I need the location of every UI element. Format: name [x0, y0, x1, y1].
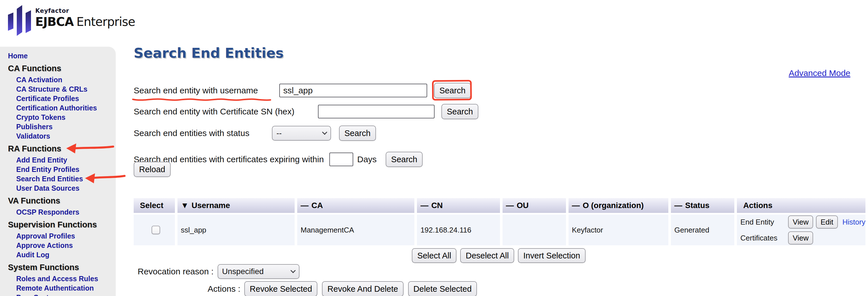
selection-buttons-row: Select All Deselect All Invert Selection — [131, 248, 866, 263]
brand-product: EJBCAEnterprise — [35, 15, 135, 29]
end-entity-label: End Entity — [740, 218, 785, 227]
history-link[interactable]: History — [842, 218, 865, 227]
cell-ca: ManagementCA — [297, 215, 414, 245]
sidebar-header-system-functions: System Functions — [8, 263, 116, 272]
page-title: Search End Entities — [134, 45, 284, 61]
sidebar-item-ca-structure-crls[interactable]: CA Structure & CRLs — [16, 85, 116, 94]
sidebar-item-remote-authentication[interactable]: Remote Authentication — [16, 284, 116, 293]
sort-indicator: — — [420, 201, 428, 210]
sidebar-item-audit-log[interactable]: Audit Log — [16, 250, 116, 260]
sidebar-item-roles-and-access-rules[interactable]: Roles and Access Rules — [16, 274, 116, 284]
col-header-ou[interactable]: —OU — [502, 198, 566, 213]
revocation-reason-value: Unspecified — [222, 267, 264, 276]
invert-selection-button[interactable]: Invert Selection — [518, 248, 586, 263]
search-expiring-row: Search end entities with certificates ex… — [134, 151, 423, 167]
col-header-actions: Actions — [737, 198, 865, 213]
sidebar-item-peer-systems[interactable]: Peer Systems — [16, 293, 116, 296]
end-entity-view-button[interactable]: View — [788, 215, 813, 229]
sidebar-item-search-end-entities[interactable]: Search End Entities — [16, 174, 116, 184]
sidebar-item-approval-profiles[interactable]: Approval Profiles — [16, 231, 116, 241]
expiring-days-input[interactable] — [329, 153, 353, 166]
cell-username: ssl_app — [178, 215, 294, 245]
reload-row: Reload — [134, 162, 170, 177]
sort-indicator: — — [301, 201, 309, 210]
top-brand-band: Keyfactor EJBCAEnterprise — [0, 0, 868, 47]
search-username-label: Search end entity with username — [134, 86, 279, 95]
bulk-actions-label: Actions : — [208, 284, 240, 294]
col-header-cn[interactable]: —CN — [417, 198, 500, 213]
brand-product-name: EJBCA — [35, 15, 74, 29]
sidebar-item-user-data-sources[interactable]: User Data Sources — [16, 184, 116, 193]
cell-cn: 192.168.24.116 — [417, 215, 500, 245]
col-header-ca[interactable]: —CA — [297, 198, 414, 213]
row-select-checkbox[interactable] — [152, 226, 160, 234]
sidebar-item-ca-activation[interactable]: CA Activation — [16, 75, 116, 85]
revoke-and-delete-button[interactable]: Revoke And Delete — [322, 281, 403, 296]
col-header-username[interactable]: ▼Username — [178, 198, 294, 213]
sidebar-header-ra-functions: RA Functions — [8, 144, 116, 153]
col-header-o-organization[interactable]: —O (organization) — [568, 198, 668, 213]
deselect-all-button[interactable]: Deselect All — [460, 248, 514, 263]
certificates-label: Certificates — [740, 234, 785, 242]
brand-product-edition: Enterprise — [76, 15, 135, 29]
sidebar-item-validators[interactable]: Validators — [16, 131, 116, 141]
chevron-down-icon — [290, 268, 296, 273]
sidebar-header-supervision-functions: Supervision Functions — [8, 220, 116, 229]
sidebar-item-publishers[interactable]: Publishers — [16, 122, 116, 131]
sort-indicator: — — [506, 201, 514, 210]
sidebar-item-certificate-profiles[interactable]: Certificate Profiles — [16, 94, 116, 103]
cell-o-organization: Keyfactor — [568, 215, 668, 245]
select-all-button[interactable]: Select All — [412, 248, 457, 263]
search-username-input[interactable] — [279, 84, 427, 97]
end-entity-edit-button[interactable]: Edit — [816, 215, 838, 229]
search-username-button[interactable]: Search — [434, 83, 471, 98]
advanced-mode-link[interactable]: Advanced Mode — [789, 68, 850, 78]
end-entities-table: Select ▼Username —CA —CN —OU —O (organiz… — [131, 197, 868, 247]
sidebar-item-certification-authorities[interactable]: Certification Authorities — [16, 103, 116, 113]
revocation-reason-row: Revocation reason : Unspecified — [138, 264, 300, 279]
sidebar-item-crypto-tokens[interactable]: Crypto Tokens — [16, 113, 116, 122]
sidebar-header-ca-functions: CA Functions — [8, 64, 116, 73]
sort-indicator: — — [674, 201, 682, 210]
search-status-row: Search end entities with status -- Searc… — [134, 125, 376, 141]
search-certificate-sn-button[interactable]: Search — [441, 104, 478, 119]
sidebar-item-home[interactable]: Home — [8, 51, 116, 61]
status-select[interactable]: -- — [272, 126, 331, 141]
revocation-reason-select[interactable]: Unspecified — [218, 264, 300, 279]
sidebar-item-ocsp-responders[interactable]: OCSP Responders — [16, 207, 116, 217]
revoke-selected-button[interactable]: Revoke Selected — [244, 281, 317, 296]
table-row: ssl_app ManagementCA 192.168.24.116 Keyf… — [134, 215, 865, 245]
brand-company: Keyfactor — [35, 7, 135, 14]
search-certificate-sn-label: Search end entity with Certificate SN (h… — [134, 107, 318, 116]
search-status-label: Search end entities with status — [134, 128, 272, 138]
sidebar-item-approve-actions[interactable]: Approve Actions — [16, 241, 116, 250]
table-header-row: Select ▼Username —CA —CN —OU —O (organiz… — [134, 198, 865, 213]
reload-button[interactable]: Reload — [134, 162, 170, 177]
bulk-actions-row: Actions : Revoke Selected Revoke And Del… — [208, 281, 477, 296]
logo-bar — [17, 5, 22, 36]
search-certificate-sn-row: Search end entity with Certificate SN (h… — [134, 103, 478, 120]
keyfactor-logo-icon — [8, 3, 34, 36]
annotation-underline-username-label — [133, 99, 271, 100]
status-select-value: -- — [276, 129, 282, 138]
sidebar-item-end-entity-profiles[interactable]: End Entity Profiles — [16, 165, 116, 174]
certificates-view-button[interactable]: View — [788, 231, 813, 244]
chevron-down-icon — [322, 129, 327, 135]
days-unit-label: Days — [357, 154, 377, 164]
sort-descending-icon: ▼ — [181, 201, 189, 210]
sidebar-item-add-end-entity[interactable]: Add End Entity — [16, 155, 116, 165]
col-header-status[interactable]: —Status — [671, 198, 734, 213]
search-expiring-button[interactable]: Search — [386, 152, 423, 167]
cell-select — [134, 215, 175, 245]
sidebar-header-va-functions: VA Functions — [8, 196, 116, 206]
sort-indicator: — — [572, 201, 580, 210]
search-username-row: Search end entity with username Search — [134, 82, 471, 99]
end-entity-actions-line: End Entity View Edit History — [740, 215, 865, 229]
search-status-button[interactable]: Search — [339, 125, 376, 141]
delete-selected-button[interactable]: Delete Selected — [408, 281, 477, 296]
logo-bar — [8, 12, 13, 31]
search-certificate-sn-input[interactable] — [318, 105, 435, 118]
cell-actions: End Entity View Edit History Certificate… — [737, 215, 865, 245]
logo-bar — [26, 10, 31, 33]
brand-text: Keyfactor EJBCAEnterprise — [35, 7, 135, 29]
